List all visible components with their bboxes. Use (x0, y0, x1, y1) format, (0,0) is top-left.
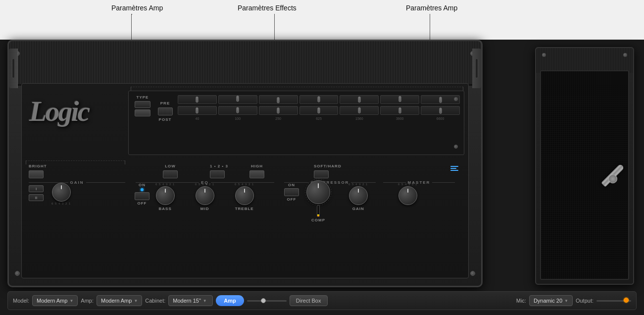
cab-screw-tl (542, 53, 546, 57)
channel-toggle[interactable] (210, 170, 225, 178)
bottom-bar: Model: Modern Amp ▼ Amp: Modern Amp ▼ Ca… (7, 291, 637, 310)
amp-fabric-top (9, 41, 481, 86)
input-selector: I II (29, 185, 44, 201)
freq-3900: 3900 (380, 117, 419, 120)
logic-logo-text: Logic (29, 95, 89, 128)
soft-hard-section: SOFT/HARD (314, 164, 342, 178)
bass-label: BASS (159, 207, 172, 211)
mid-knob[interactable] (196, 186, 214, 205)
eq-panel: TYPE PRE POST (128, 91, 464, 155)
low-toggle[interactable] (163, 170, 178, 178)
comp-off-label: OFF (287, 197, 297, 202)
amp-left-bracket (26, 160, 125, 161)
eq-off-label: OFF (138, 201, 147, 206)
eq-slider-1560[interactable] (340, 95, 379, 104)
freq-40: 40 (178, 117, 217, 120)
eq-type-toggle[interactable] (135, 101, 150, 108)
high-label: HIGH (249, 164, 264, 168)
eq-on-off-toggle[interactable] (135, 192, 149, 200)
mid-knob-group: 6 5 4 3 2 1 MID (195, 183, 214, 211)
comp-gain-knob-group: 6 5 4 3 2 1 GAIN (348, 183, 368, 211)
eq-slider-250[interactable] (259, 95, 298, 104)
amp-body: Logic TYPE PRE POST (7, 40, 483, 287)
right-handle (472, 49, 481, 88)
mid-label: MID (200, 207, 209, 211)
input-ii-btn[interactable]: II (29, 194, 44, 201)
master-knob-group: 6 5 4 3 2 1 (398, 183, 417, 207)
freq-625: 625 (299, 117, 339, 120)
bass-knob[interactable] (156, 186, 175, 205)
comp-on-label: ON (288, 183, 295, 187)
amp-slider[interactable] (247, 300, 287, 302)
comp-knob[interactable] (306, 180, 330, 204)
comp-on-off-toggle[interactable] (284, 188, 299, 196)
eq-slider2-250[interactable] (259, 106, 298, 115)
high-toggle[interactable] (249, 170, 264, 178)
eq-slider-100[interactable] (218, 95, 257, 104)
output-slider[interactable] (596, 300, 631, 302)
eq-slider-3900[interactable] (380, 95, 419, 104)
amp-left-bracket-l (26, 160, 26, 164)
cabinet-fabric (536, 48, 633, 73)
eq-slider-40[interactable] (178, 95, 217, 104)
cabinet-grille (540, 70, 629, 280)
input-i-btn[interactable]: I (29, 185, 44, 192)
soft-hard-label: SOFT/HARD (314, 164, 342, 168)
eq-type-section: TYPE (133, 95, 152, 116)
freq-1560: 1560 (340, 117, 379, 120)
eq-freq-labels: 40 100 250 625 1560 3900 6600 (178, 117, 460, 120)
low-label: LOW (163, 164, 178, 168)
eq-slider-625[interactable] (299, 95, 339, 104)
gain-knob-group: 6 5 4 3 2 1 (51, 183, 71, 205)
bright-label: BRIGHT (29, 164, 47, 168)
eq-led (141, 188, 144, 191)
model-label: Model: (13, 298, 29, 304)
amp-face: Logic TYPE PRE POST (21, 83, 469, 278)
eq-slider2-625[interactable] (299, 106, 339, 115)
screw-bl (15, 271, 20, 276)
model-select[interactable]: Modern Amp ▼ (32, 295, 78, 306)
cab-screw-tr (623, 53, 627, 57)
master-section-row: MASTER (383, 180, 455, 185)
low-section: LOW (163, 164, 178, 178)
treble-knob[interactable] (235, 186, 254, 205)
cabinet-select[interactable]: Modern 15" ▼ (168, 295, 213, 306)
eq-pre-label: PRE (160, 101, 170, 105)
eq-slider2-40[interactable] (178, 106, 217, 115)
eq-slider2-100[interactable] (218, 106, 257, 115)
gain-knob[interactable] (52, 183, 71, 202)
cabinet-unit (535, 47, 634, 285)
mic-select[interactable]: Dynamic 20 ▼ (529, 295, 573, 306)
channel-section: 1 • 2 • 3 (210, 164, 228, 178)
eq-type-label: TYPE (137, 95, 149, 100)
eq-panel-screw-tr (454, 97, 458, 101)
eq-pre-post-section: PRE POST (156, 101, 174, 122)
amp-left-bracket-r (125, 160, 125, 164)
direct-box-button[interactable]: Direct Box (290, 295, 328, 306)
comp-meter (317, 205, 320, 217)
freq-250: 250 (259, 117, 298, 120)
comp-gain-knob[interactable] (349, 186, 368, 205)
effects-bracket (131, 87, 463, 87)
eq-pre-toggle[interactable] (158, 107, 173, 115)
output-label: Output: (576, 298, 594, 304)
comp-label: COMP (311, 218, 325, 222)
eq-slider2-3900[interactable] (380, 106, 419, 115)
eq-slider2-1560[interactable] (340, 106, 379, 115)
amp-mode-button[interactable]: Amp (216, 295, 244, 306)
effects-bracket-left (131, 87, 131, 91)
eq-sliders-row2 (178, 106, 460, 115)
freq-100: 100 (218, 117, 257, 120)
eq-on-off-section: ON OFF (135, 183, 149, 206)
eq-panel-screw-br (454, 145, 458, 149)
eq-on-label: ON (139, 183, 146, 187)
eq-slider2-6600[interactable] (421, 106, 460, 115)
amp-select[interactable]: Modern Amp ▼ (97, 295, 142, 306)
eq-type-toggle2[interactable] (135, 109, 150, 116)
treble-label: TREBLE (235, 207, 254, 211)
bright-toggle[interactable] (29, 170, 44, 178)
eq-post-label: POST (159, 117, 172, 122)
screw-br (470, 271, 475, 276)
soft-hard-toggle[interactable] (314, 170, 329, 178)
master-knob[interactable] (398, 186, 417, 205)
